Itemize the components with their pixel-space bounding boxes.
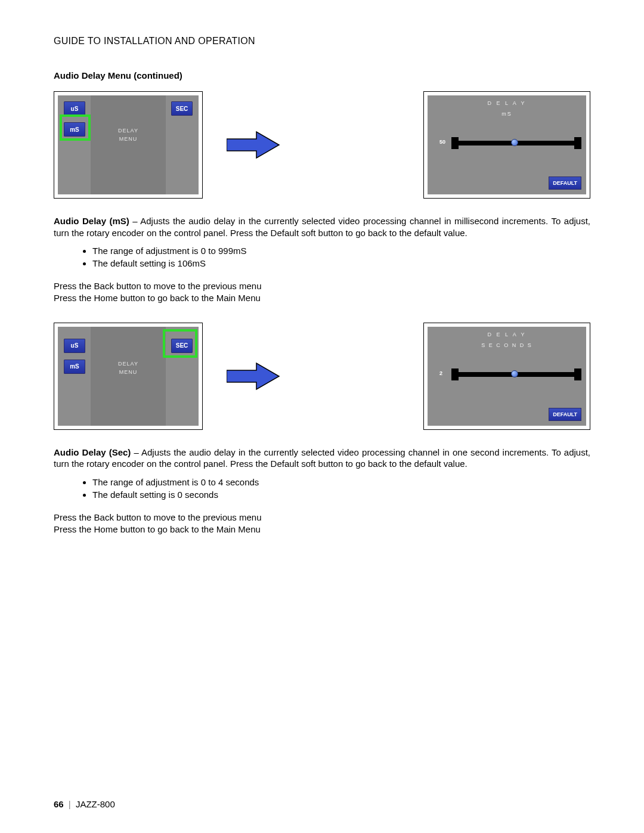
delay-ms-panel: D E L A Y mS 50 DEFAULT — [423, 91, 590, 199]
slider-value-2: 2 — [439, 370, 442, 376]
ms-button-2[interactable]: mS — [64, 360, 85, 374]
nav-home-1: Press the Home button to go back to the … — [54, 292, 590, 304]
highlight-ms — [60, 114, 91, 141]
delay-subtitle: mS — [501, 111, 512, 117]
bullet-default-sec: The default setting is 0 seconds — [92, 488, 590, 501]
audio-delay-sec-lead: Audio Delay (Sec) — [54, 447, 131, 457]
nav-back-1: Press the Back button to move to the pre… — [54, 280, 590, 292]
highlight-sec — [163, 329, 197, 358]
menu-panel-sec: uS mS SEC DELAY MENU — [54, 323, 203, 430]
bullet-range-sec: The range of adjustment is 0 to 4 second… — [92, 476, 590, 488]
figure-row-ms: uS mS SEC DELAY MENU D E L A Y mS 50 DEF… — [54, 91, 590, 199]
delay-menu-label-2: DELAY MENU — [118, 360, 138, 377]
product-name: JAZZ-800 — [76, 799, 115, 809]
sec-button[interactable]: SEC — [171, 101, 193, 116]
default-button-2[interactable]: DEFAULT — [549, 408, 581, 421]
slider-endcap-right-2 — [574, 368, 581, 380]
nav-instructions-1: Press the Back button to move to the pre… — [54, 280, 590, 305]
audio-delay-ms-bullets: The range of adjustment is 0 to 999mS Th… — [92, 244, 590, 270]
audio-delay-ms-lead: Audio Delay (mS) — [54, 216, 129, 226]
menu-panel-ms: uS mS SEC DELAY MENU — [54, 91, 203, 199]
delay-sec-inner: D E L A Y S E C O N D S 2 DEFAULT — [428, 327, 586, 426]
delay-label2-line2: MENU — [119, 369, 138, 375]
bullet-default-ms: The default setting is 106mS — [92, 257, 590, 270]
audio-delay-ms-para: Audio Delay (mS) – Adjusts the audio del… — [54, 215, 590, 239]
svg-marker-1 — [227, 363, 279, 389]
page-footer: 66 | JAZZ-800 — [54, 799, 115, 809]
default-button[interactable]: DEFAULT — [549, 176, 581, 190]
audio-delay-sec-para: Audio Delay (Sec) – Adjusts the audio de… — [54, 447, 590, 470]
svg-marker-0 — [227, 132, 279, 158]
delay-sec-panel: D E L A Y S E C O N D S 2 DEFAULT — [423, 323, 590, 430]
section-title: Audio Delay Menu (continued) — [54, 70, 590, 80]
nav-home-2: Press the Home button to go back to the … — [54, 524, 590, 535]
audio-delay-sec-body: – Adjusts the audio delay in the current… — [54, 447, 590, 469]
delay-ms-inner: D E L A Y mS 50 DEFAULT — [428, 95, 586, 194]
audio-delay-sec-bullets: The range of adjustment is 0 to 4 second… — [92, 476, 590, 501]
bullet-range-ms: The range of adjustment is 0 to 999mS — [92, 244, 590, 257]
us-button[interactable]: uS — [64, 101, 85, 116]
slider-thumb[interactable] — [511, 139, 518, 146]
delay-subtitle-2: S E C O N D S — [481, 342, 532, 348]
page-number: 66 — [54, 799, 64, 809]
menu-panel-inner: uS mS SEC DELAY MENU — [58, 95, 199, 194]
slider-endcap-right — [574, 137, 581, 149]
arrow-icon-2 — [221, 362, 286, 391]
us-button-2[interactable]: uS — [64, 339, 85, 353]
arrow-icon — [221, 131, 286, 159]
audio-delay-ms-body: – Adjusts the audio delay in the current… — [54, 216, 590, 238]
nav-back-2: Press the Back button to move to the pre… — [54, 512, 590, 524]
slider-value: 50 — [439, 139, 445, 145]
delay-label-line2: MENU — [119, 136, 138, 142]
menu-panel-inner-2: uS mS SEC DELAY MENU — [58, 327, 199, 426]
figure-row-sec: uS mS SEC DELAY MENU D E L A Y S E C O N… — [54, 323, 590, 430]
nav-instructions-2: Press the Back button to move to the pre… — [54, 512, 590, 536]
slider-thumb-2[interactable] — [511, 370, 518, 377]
delay-label2-line1: DELAY — [118, 361, 138, 367]
delay-menu-label: DELAY MENU — [118, 126, 138, 144]
delay-label-line1: DELAY — [118, 128, 138, 134]
delay-title-2: D E L A Y — [487, 332, 526, 337]
footer-separator: | — [69, 799, 71, 809]
header-title: GUIDE TO INSTALLATION AND OPERATION — [54, 36, 590, 47]
delay-title: D E L A Y — [487, 100, 526, 106]
center-backdrop — [91, 95, 166, 194]
